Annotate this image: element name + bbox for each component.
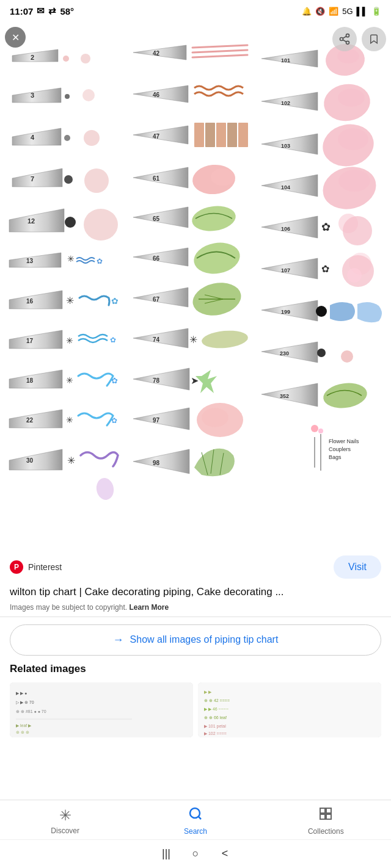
svg-rect-158 [326, 814, 331, 819]
svg-rect-157 [320, 814, 325, 819]
nav-item-discover[interactable]: ✳ Discover [41, 807, 90, 823]
svg-marker-73 [133, 288, 188, 307]
svg-point-66 [211, 168, 235, 186]
arrow-icon: → [113, 634, 124, 646]
svg-marker-41 [9, 410, 62, 428]
svg-text:✿: ✿ [111, 376, 118, 385]
svg-text:✳: ✳ [67, 455, 75, 466]
svg-text:98: 98 [153, 460, 160, 466]
alarm-icon: 🔔 [302, 7, 312, 16]
svg-point-24 [84, 209, 118, 241]
svg-marker-21 [9, 209, 64, 232]
nav-item-search[interactable]: Search [171, 806, 220, 823]
svg-text:97: 97 [153, 417, 160, 424]
svg-text:104: 104 [281, 184, 290, 190]
svg-text:✿: ✿ [111, 296, 119, 306]
show-all-button[interactable]: → Show all images of piping tip chart [10, 624, 381, 656]
svg-rect-58 [194, 123, 204, 147]
image-nav-overlay: ✕ [5, 27, 26, 48]
svg-text:17: 17 [26, 338, 34, 344]
svg-text:✿: ✿ [97, 257, 103, 266]
svg-text:66: 66 [153, 255, 160, 262]
svg-point-102 [338, 89, 365, 107]
related-grid: ▶ ▶ ● ▷ ▶ ⊕ 70 ⊕ ⊕ #81 ● ● 70 ▶ leaf ▶ ⊕… [10, 682, 381, 737]
nav-item-collections[interactable]: Collections [301, 806, 350, 823]
svg-text:22: 22 [26, 417, 34, 424]
svg-point-15 [64, 135, 70, 141]
learn-more-link[interactable]: Learn More [129, 603, 169, 612]
svg-text:199: 199 [281, 309, 290, 315]
svg-point-0 [346, 34, 349, 37]
svg-line-154 [199, 817, 201, 819]
status-bar: 11:07 ✉ ⇄ 58° 🔔 🔇 📶 5G ▌▌ 🔋 [0, 0, 391, 22]
source-row: P Pinterest Visit [10, 555, 381, 579]
related-section: Related images ▶ ▶ ● ▷ ▶ ⊕ 70 ⊕ ⊕ #81 ● … [0, 663, 391, 737]
svg-point-2 [346, 41, 349, 44]
related-title: Related images [10, 663, 381, 675]
sync-icon: ⇄ [48, 5, 56, 16]
svg-line-3 [343, 40, 346, 42]
image-title: wilton tip chart | Cake decorating pipin… [10, 585, 381, 599]
svg-text:78: 78 [153, 377, 160, 384]
svg-text:✿: ✿ [321, 264, 329, 274]
svg-line-4 [343, 36, 346, 38]
svg-text:✿: ✿ [110, 336, 116, 344]
related-thumb-1[interactable]: ▶ ▶ ● ▷ ▶ ⊕ 70 ⊕ ⊕ #81 ● ● 70 ▶ leaf ▶ ⊕… [10, 682, 193, 737]
svg-marker-29 [9, 291, 62, 309]
svg-text:▶ 102 ====: ▶ 102 ==== [204, 731, 227, 736]
svg-point-69 [191, 203, 238, 234]
svg-point-135 [318, 429, 323, 433]
svg-point-16 [84, 130, 100, 146]
svg-point-82 [201, 329, 249, 350]
related-thumb-2[interactable]: ▶ ▶ ⊕ ⊕ 42 ==== ▶ ▶ 46 ~~~~ ⊕ ⊕ 66 leaf … [198, 682, 381, 737]
svg-text:107: 107 [281, 267, 290, 273]
svg-text:103: 103 [281, 143, 290, 149]
svg-text:102: 102 [281, 100, 290, 106]
svg-point-23 [65, 217, 76, 228]
svg-text:▶ ▶ ●: ▶ ▶ ● [16, 691, 27, 695]
svg-text:7: 7 [31, 175, 34, 183]
svg-text:Couplers: Couplers [329, 446, 351, 452]
svg-marker-63 [133, 167, 188, 188]
svg-point-106 [338, 128, 368, 150]
svg-point-19 [64, 175, 73, 184]
show-all-container: → Show all images of piping tip chart [0, 617, 391, 663]
svg-rect-59 [205, 123, 215, 147]
svg-point-12 [82, 89, 95, 101]
svg-text:▶ 101 petal: ▶ 101 petal [204, 724, 226, 729]
svg-text:⊕ ⊕ 42 ====: ⊕ ⊕ 42 ==== [204, 698, 230, 703]
svg-rect-60 [216, 123, 226, 147]
svg-text:67: 67 [153, 296, 160, 303]
nav-items: ✳ Discover Search Collections [0, 800, 391, 823]
copyright-text: Images may be subject to copyright. Lear… [10, 603, 381, 612]
svg-marker-125 [261, 342, 318, 363]
search-icon [188, 806, 203, 823]
share-button[interactable] [332, 27, 357, 51]
svg-text:▶ leaf ▶: ▶ leaf ▶ [16, 723, 32, 728]
svg-marker-17 [12, 168, 62, 187]
visit-button[interactable]: Visit [334, 555, 381, 579]
svg-text:⊕ ⊕ 66 leaf: ⊕ ⊕ 66 leaf [204, 715, 227, 720]
bookmark-button[interactable] [362, 27, 386, 51]
svg-point-153 [190, 808, 200, 818]
close-button[interactable]: ✕ [5, 27, 26, 48]
svg-text:61: 61 [153, 175, 160, 182]
svg-rect-156 [326, 808, 331, 813]
status-left: 11:07 ✉ ⇄ 58° [10, 5, 74, 16]
svg-point-110 [338, 170, 370, 192]
svg-text:✳: ✳ [66, 336, 73, 345]
svg-text:✳: ✳ [67, 254, 75, 264]
battery-icon: 🔋 [371, 7, 381, 16]
svg-text:▶ ▶: ▶ ▶ [204, 690, 212, 694]
svg-marker-49 [133, 45, 186, 60]
svg-text:2: 2 [31, 54, 34, 61]
svg-point-115 [338, 214, 358, 233]
svg-text:230: 230 [280, 350, 289, 356]
pinterest-icon: P [10, 560, 23, 574]
svg-text:▶ ▶ 46 ~~~~: ▶ ▶ 46 ~~~~ [204, 707, 228, 711]
image-placeholder: ✕ [0, 22, 391, 547]
svg-marker-90 [133, 449, 189, 474]
svg-text:30: 30 [26, 457, 34, 464]
svg-text:65: 65 [153, 215, 160, 222]
svg-text:Flower Nails: Flower Nails [329, 438, 359, 444]
